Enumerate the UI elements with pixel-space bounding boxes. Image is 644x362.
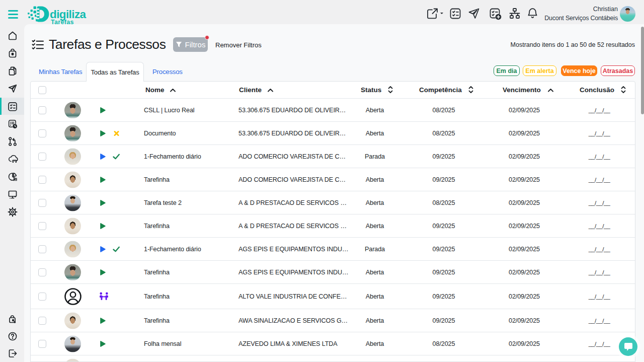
svg-text:Tarefas: Tarefas bbox=[51, 19, 74, 25]
